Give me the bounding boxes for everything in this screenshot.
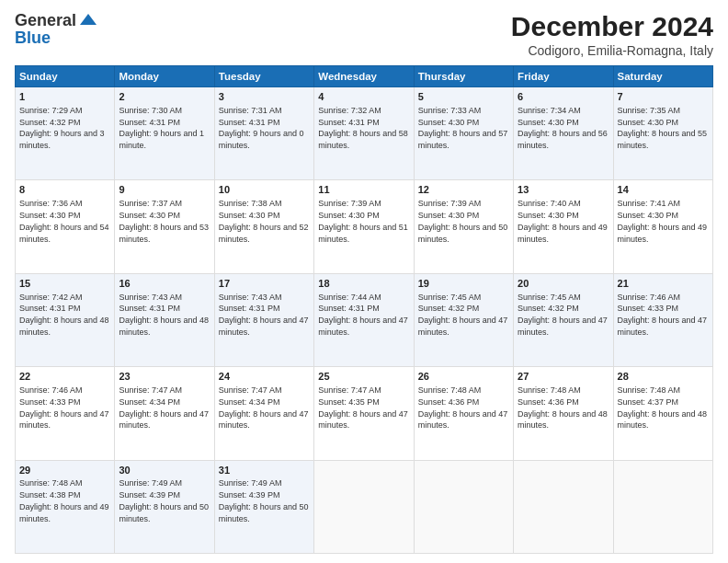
day-info: Sunrise: 7:49 AMSunset: 4:39 PMDaylight:… bbox=[219, 478, 309, 523]
day-number: 6 bbox=[518, 90, 609, 104]
day-number: 2 bbox=[119, 90, 210, 104]
header: General Blue December 2024 Codigoro, Emi… bbox=[15, 11, 713, 58]
table-row: 3Sunrise: 7:31 AMSunset: 4:31 PMDaylight… bbox=[214, 87, 313, 180]
day-number: 12 bbox=[418, 183, 509, 197]
day-info: Sunrise: 7:29 AMSunset: 4:32 PMDaylight:… bbox=[19, 106, 105, 150]
day-info: Sunrise: 7:36 AMSunset: 4:30 PMDaylight:… bbox=[19, 199, 109, 243]
table-row bbox=[314, 460, 414, 553]
day-info: Sunrise: 7:48 AMSunset: 4:36 PMDaylight:… bbox=[418, 385, 508, 430]
day-number: 9 bbox=[119, 183, 210, 197]
main-title: December 2024 bbox=[511, 11, 713, 41]
logo-icon bbox=[78, 12, 98, 27]
table-row: 2Sunrise: 7:30 AMSunset: 4:31 PMDaylight… bbox=[115, 87, 214, 180]
day-info: Sunrise: 7:43 AMSunset: 4:31 PMDaylight:… bbox=[219, 293, 309, 337]
calendar-header-row: Sunday Monday Tuesday Wednesday Thursday… bbox=[16, 66, 713, 87]
day-info: Sunrise: 7:45 AMSunset: 4:32 PMDaylight:… bbox=[518, 293, 608, 337]
day-number: 29 bbox=[19, 464, 110, 477]
day-info: Sunrise: 7:46 AMSunset: 4:33 PMDaylight:… bbox=[19, 385, 109, 430]
day-number: 19 bbox=[418, 277, 509, 291]
day-number: 25 bbox=[318, 370, 409, 384]
logo: General Blue bbox=[15, 11, 98, 48]
day-number: 16 bbox=[119, 277, 210, 291]
day-number: 21 bbox=[618, 277, 709, 291]
day-info: Sunrise: 7:30 AMSunset: 4:31 PMDaylight:… bbox=[119, 106, 204, 150]
day-info: Sunrise: 7:38 AMSunset: 4:30 PMDaylight:… bbox=[219, 199, 309, 243]
table-row: 1Sunrise: 7:29 AMSunset: 4:32 PMDaylight… bbox=[16, 87, 115, 180]
table-row: 23Sunrise: 7:47 AMSunset: 4:34 PMDayligh… bbox=[115, 367, 214, 460]
table-row bbox=[514, 460, 613, 553]
day-info: Sunrise: 7:48 AMSunset: 4:36 PMDaylight:… bbox=[518, 385, 608, 430]
day-number: 5 bbox=[418, 90, 509, 104]
day-number: 8 bbox=[19, 183, 110, 197]
table-row: 22Sunrise: 7:46 AMSunset: 4:33 PMDayligh… bbox=[16, 367, 115, 460]
calendar-week-row: 15Sunrise: 7:42 AMSunset: 4:31 PMDayligh… bbox=[16, 273, 713, 366]
day-number: 26 bbox=[418, 370, 509, 384]
day-number: 10 bbox=[219, 183, 310, 197]
day-number: 15 bbox=[19, 277, 110, 291]
day-number: 11 bbox=[318, 183, 409, 197]
table-row: 20Sunrise: 7:45 AMSunset: 4:32 PMDayligh… bbox=[514, 273, 613, 366]
col-tuesday: Tuesday bbox=[214, 66, 313, 87]
day-info: Sunrise: 7:31 AMSunset: 4:31 PMDaylight:… bbox=[219, 106, 304, 150]
day-number: 20 bbox=[518, 277, 609, 291]
day-info: Sunrise: 7:47 AMSunset: 4:34 PMDaylight:… bbox=[119, 385, 209, 430]
table-row: 28Sunrise: 7:48 AMSunset: 4:37 PMDayligh… bbox=[613, 367, 712, 460]
day-number: 3 bbox=[219, 90, 310, 104]
day-info: Sunrise: 7:39 AMSunset: 4:30 PMDaylight:… bbox=[318, 199, 408, 243]
day-info: Sunrise: 7:49 AMSunset: 4:39 PMDaylight:… bbox=[119, 478, 209, 523]
table-row: 19Sunrise: 7:45 AMSunset: 4:32 PMDayligh… bbox=[414, 273, 513, 366]
day-info: Sunrise: 7:37 AMSunset: 4:30 PMDaylight:… bbox=[119, 199, 209, 243]
table-row: 12Sunrise: 7:39 AMSunset: 4:30 PMDayligh… bbox=[414, 180, 513, 273]
day-info: Sunrise: 7:42 AMSunset: 4:31 PMDaylight:… bbox=[19, 293, 109, 337]
col-saturday: Saturday bbox=[613, 66, 712, 87]
table-row: 9Sunrise: 7:37 AMSunset: 4:30 PMDaylight… bbox=[115, 180, 214, 273]
table-row: 30Sunrise: 7:49 AMSunset: 4:39 PMDayligh… bbox=[115, 460, 214, 553]
day-info: Sunrise: 7:46 AMSunset: 4:33 PMDaylight:… bbox=[618, 293, 708, 337]
calendar-week-row: 29Sunrise: 7:48 AMSunset: 4:38 PMDayligh… bbox=[16, 460, 713, 553]
table-row: 7Sunrise: 7:35 AMSunset: 4:30 PMDaylight… bbox=[613, 87, 712, 180]
day-info: Sunrise: 7:40 AMSunset: 4:30 PMDaylight:… bbox=[518, 199, 608, 243]
day-info: Sunrise: 7:43 AMSunset: 4:31 PMDaylight:… bbox=[119, 293, 209, 337]
day-number: 4 bbox=[318, 90, 409, 104]
table-row: 27Sunrise: 7:48 AMSunset: 4:36 PMDayligh… bbox=[514, 367, 613, 460]
table-row: 4Sunrise: 7:32 AMSunset: 4:31 PMDaylight… bbox=[314, 87, 414, 180]
table-row: 24Sunrise: 7:47 AMSunset: 4:34 PMDayligh… bbox=[214, 367, 313, 460]
table-row: 14Sunrise: 7:41 AMSunset: 4:30 PMDayligh… bbox=[613, 180, 712, 273]
table-row: 15Sunrise: 7:42 AMSunset: 4:31 PMDayligh… bbox=[16, 273, 115, 366]
day-number: 24 bbox=[219, 370, 310, 384]
day-info: Sunrise: 7:47 AMSunset: 4:35 PMDaylight:… bbox=[318, 385, 408, 430]
col-sunday: Sunday bbox=[16, 66, 115, 87]
day-info: Sunrise: 7:41 AMSunset: 4:30 PMDaylight:… bbox=[618, 199, 708, 243]
title-block: December 2024 Codigoro, Emilia-Romagna, … bbox=[511, 11, 713, 58]
page: General Blue December 2024 Codigoro, Emi… bbox=[0, 0, 728, 563]
day-number: 1 bbox=[19, 90, 110, 104]
day-number: 23 bbox=[119, 370, 210, 384]
table-row: 29Sunrise: 7:48 AMSunset: 4:38 PMDayligh… bbox=[16, 460, 115, 553]
day-number: 13 bbox=[518, 183, 609, 197]
table-row: 10Sunrise: 7:38 AMSunset: 4:30 PMDayligh… bbox=[214, 180, 313, 273]
calendar-week-row: 8Sunrise: 7:36 AMSunset: 4:30 PMDaylight… bbox=[16, 180, 713, 273]
day-info: Sunrise: 7:39 AMSunset: 4:30 PMDaylight:… bbox=[418, 199, 508, 243]
day-number: 18 bbox=[318, 277, 409, 291]
table-row: 8Sunrise: 7:36 AMSunset: 4:30 PMDaylight… bbox=[16, 180, 115, 273]
col-friday: Friday bbox=[514, 66, 613, 87]
day-info: Sunrise: 7:45 AMSunset: 4:32 PMDaylight:… bbox=[418, 293, 508, 337]
day-info: Sunrise: 7:44 AMSunset: 4:31 PMDaylight:… bbox=[318, 293, 408, 337]
day-number: 30 bbox=[119, 464, 210, 477]
day-info: Sunrise: 7:48 AMSunset: 4:37 PMDaylight:… bbox=[618, 385, 708, 430]
table-row: 25Sunrise: 7:47 AMSunset: 4:35 PMDayligh… bbox=[314, 367, 414, 460]
day-info: Sunrise: 7:35 AMSunset: 4:30 PMDaylight:… bbox=[618, 106, 708, 150]
day-number: 28 bbox=[618, 370, 709, 384]
table-row: 17Sunrise: 7:43 AMSunset: 4:31 PMDayligh… bbox=[214, 273, 313, 366]
table-row: 16Sunrise: 7:43 AMSunset: 4:31 PMDayligh… bbox=[115, 273, 214, 366]
table-row: 21Sunrise: 7:46 AMSunset: 4:33 PMDayligh… bbox=[613, 273, 712, 366]
table-row: 5Sunrise: 7:33 AMSunset: 4:30 PMDaylight… bbox=[414, 87, 513, 180]
table-row: 18Sunrise: 7:44 AMSunset: 4:31 PMDayligh… bbox=[314, 273, 414, 366]
col-wednesday: Wednesday bbox=[314, 66, 414, 87]
logo-general: General bbox=[15, 11, 76, 30]
calendar-week-row: 22Sunrise: 7:46 AMSunset: 4:33 PMDayligh… bbox=[16, 367, 713, 460]
table-row bbox=[613, 460, 712, 553]
day-number: 31 bbox=[219, 464, 310, 477]
day-number: 14 bbox=[618, 183, 709, 197]
col-monday: Monday bbox=[115, 66, 214, 87]
